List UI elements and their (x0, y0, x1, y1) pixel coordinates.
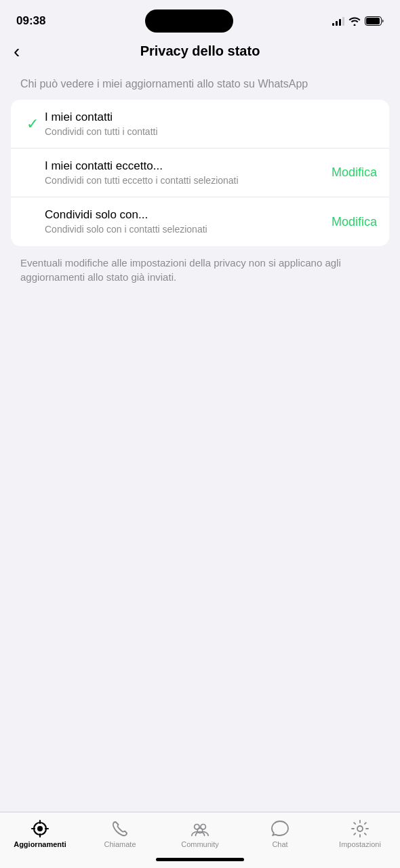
tab-aggiornamenti[interactable]: Aggiornamenti (0, 819, 80, 848)
tab-label-chiamate: Chiamate (104, 840, 136, 848)
footer-note: Eventuali modifiche alle impostazioni de… (0, 246, 400, 294)
svg-rect-1 (366, 18, 380, 24)
option-subtitle-all-contacts: Condividi con tutti i contatti (45, 125, 377, 138)
tab-label-aggiornamenti: Aggiornamenti (14, 840, 66, 848)
tab-chat[interactable]: Chat (240, 819, 320, 848)
option-row-contacts-except[interactable]: I miei contatti eccetto... Condividi con… (11, 149, 389, 197)
options-card: ✓ I miei contatti Condividi con tutti i … (11, 100, 389, 246)
chat-icon (271, 819, 289, 838)
community-icon (191, 819, 209, 838)
status-icons (332, 16, 384, 26)
signal-icon (332, 16, 344, 26)
option-text-all-contacts: I miei contatti Condividi con tutti i co… (45, 111, 377, 138)
option-row-all-contacts[interactable]: ✓ I miei contatti Condividi con tutti i … (11, 100, 389, 149)
svg-point-3 (37, 826, 43, 831)
option-title-all-contacts: I miei contatti (45, 111, 377, 124)
description-text: Chi può vedere i miei aggiornamenti allo… (0, 66, 400, 100)
spacer (0, 294, 400, 812)
option-text-contacts-except: I miei contatti eccetto... Condividi con… (45, 159, 325, 186)
tab-bar: Aggiornamenti Chiamate Community (0, 812, 400, 852)
notch (145, 9, 233, 33)
tab-community[interactable]: Community (160, 819, 240, 848)
tab-label-community: Community (181, 840, 219, 848)
tab-impostazioni[interactable]: Impostazioni (320, 819, 400, 848)
battery-icon (365, 16, 384, 26)
home-bar (156, 858, 244, 861)
wifi-icon (348, 16, 361, 26)
modifica-button-contacts-except[interactable]: Modifica (332, 165, 377, 180)
chiamate-icon (111, 819, 129, 838)
status-time: 09:38 (16, 14, 45, 28)
option-text-share-only: Condividi solo con... Condividi solo con… (45, 208, 325, 235)
option-row-share-only[interactable]: Condividi solo con... Condividi solo con… (11, 197, 389, 246)
tab-label-impostazioni: Impostazioni (339, 840, 381, 848)
page-title: Privacy dello stato (140, 43, 260, 59)
svg-point-11 (357, 826, 363, 831)
check-icon-all-contacts: ✓ (23, 115, 42, 133)
option-subtitle-share-only: Condividi solo con i contatti selezionat… (45, 223, 325, 235)
tab-label-chat: Chat (272, 840, 287, 848)
option-title-contacts-except: I miei contatti eccetto... (45, 159, 325, 173)
impostazioni-icon (351, 819, 369, 838)
option-subtitle-contacts-except: Condividi con tutti eccetto i contatti s… (45, 174, 325, 186)
home-indicator (0, 852, 400, 868)
back-button[interactable]: ‹ (14, 42, 20, 61)
status-bar: 09:38 (0, 0, 400, 37)
modifica-button-share-only[interactable]: Modifica (332, 215, 377, 229)
tab-chiamate[interactable]: Chiamate (80, 819, 160, 848)
nav-header: ‹ Privacy dello stato (0, 37, 400, 66)
option-title-share-only: Condividi solo con... (45, 208, 325, 222)
aggiornamenti-icon (31, 819, 49, 838)
